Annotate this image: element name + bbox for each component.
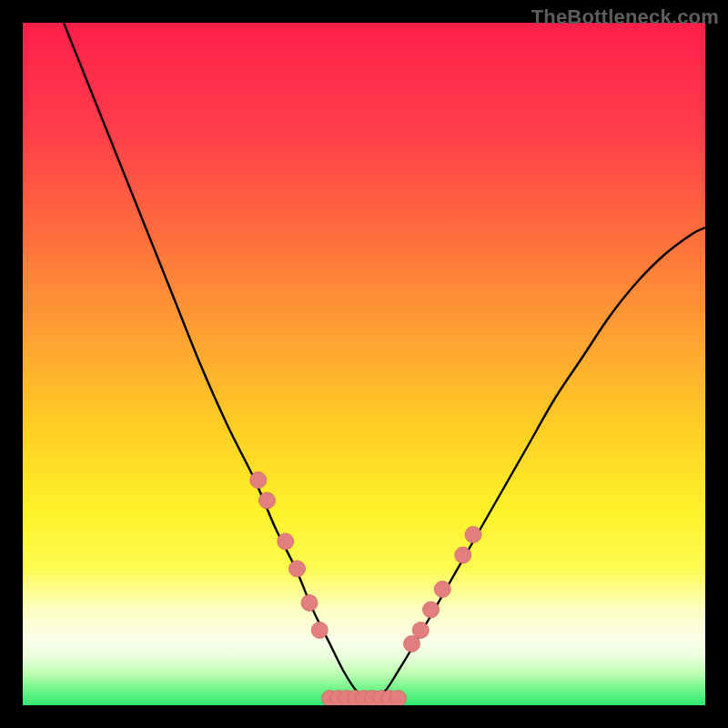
chart-frame: TheBottleneck.com <box>0 0 728 728</box>
data-marker <box>301 595 318 612</box>
chart-plot-area <box>23 23 705 705</box>
data-marker <box>278 533 294 550</box>
gradient-background <box>23 23 705 705</box>
data-marker <box>250 472 267 489</box>
data-marker <box>390 691 407 706</box>
data-marker <box>465 527 481 543</box>
watermark-text: TheBottleneck.com <box>531 5 719 29</box>
chart-svg <box>23 23 705 705</box>
data-marker <box>434 581 450 598</box>
data-marker <box>259 492 276 509</box>
data-marker <box>423 602 440 618</box>
data-marker <box>455 547 471 563</box>
data-marker <box>412 622 429 639</box>
data-marker <box>289 561 306 577</box>
data-marker <box>311 622 328 639</box>
